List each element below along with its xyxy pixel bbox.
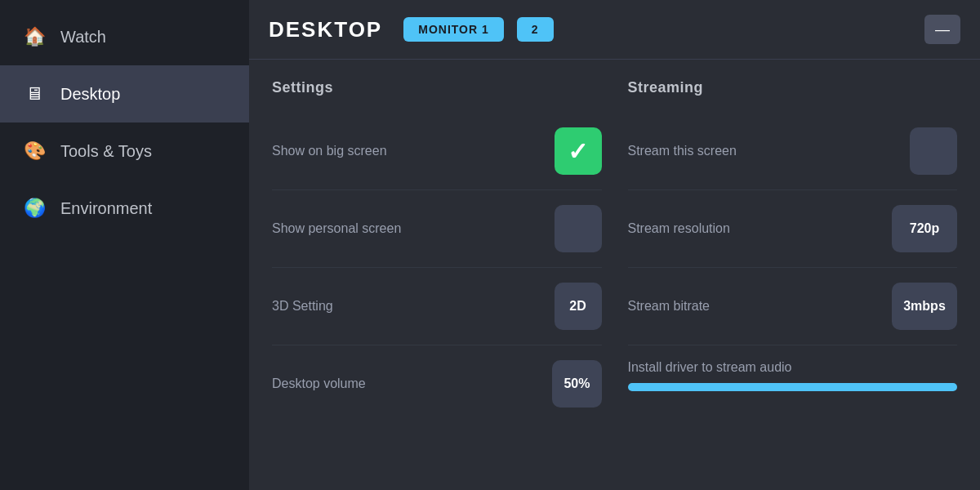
sidebar-item-watch[interactable]: 🏠 Watch — [0, 8, 249, 65]
monitor2-button[interactable]: 2 — [517, 17, 554, 42]
monitor1-button[interactable]: MONITOR 1 — [403, 17, 504, 42]
stream-resolution-row: Stream resolution 720p — [628, 190, 958, 268]
3d-setting-label: 3D Setting — [272, 299, 333, 314]
sidebar: 🏠 Watch 🖥 Desktop 🎨 Tools & Toys 🌍 Envir… — [0, 0, 249, 490]
streaming-title: Streaming — [628, 79, 958, 96]
stream-resolution-value[interactable]: 720p — [892, 205, 957, 252]
settings-panel: Settings Show on big screen ✓ Show perso… — [272, 79, 602, 470]
stream-bitrate-label: Stream bitrate — [628, 299, 710, 314]
sidebar-item-environment[interactable]: 🌍 Environment — [0, 180, 249, 237]
header: DESKTOP MONITOR 1 2 — — [249, 0, 980, 60]
content-area: Settings Show on big screen ✓ Show perso… — [249, 60, 980, 490]
sidebar-label-environment: Environment — [60, 199, 152, 218]
stream-this-screen-checkbox[interactable] — [910, 127, 957, 175]
show-personal-screen-label: Show personal screen — [272, 221, 401, 236]
palette-icon: 🎨 — [23, 140, 46, 162]
desktop-volume-label: Desktop volume — [272, 376, 366, 391]
stream-this-screen-label: Stream this screen — [628, 144, 737, 158]
install-driver-bar[interactable] — [628, 383, 958, 391]
show-personal-screen-row: Show personal screen — [272, 190, 602, 268]
minimize-button[interactable]: — — [924, 15, 960, 44]
sidebar-label-tools: Tools & Toys — [60, 142, 152, 161]
show-big-screen-row: Show on big screen ✓ — [272, 113, 602, 190]
desktop-volume-value[interactable]: 50% — [552, 360, 601, 408]
settings-title: Settings — [272, 79, 602, 96]
stream-bitrate-value[interactable]: 3mbps — [892, 283, 957, 330]
sidebar-item-tools[interactable]: 🎨 Tools & Toys — [0, 122, 249, 180]
stream-this-screen-row: Stream this screen — [628, 113, 958, 190]
checkmark-icon: ✓ — [568, 137, 588, 166]
stream-resolution-label: Stream resolution — [628, 221, 730, 236]
sidebar-label-desktop: Desktop — [60, 85, 120, 104]
install-driver-label: Install driver to stream audio — [628, 360, 958, 375]
main-content: DESKTOP MONITOR 1 2 — Settings Show on b… — [249, 0, 980, 490]
install-driver-row: Install driver to stream audio — [628, 345, 958, 399]
home-icon: 🏠 — [23, 26, 46, 47]
3d-setting-value[interactable]: 2D — [555, 283, 602, 330]
show-big-screen-label: Show on big screen — [272, 144, 387, 158]
show-big-screen-checkbox[interactable]: ✓ — [555, 127, 602, 175]
show-personal-screen-checkbox[interactable] — [555, 205, 602, 252]
streaming-panel: Streaming Stream this screen Stream reso… — [602, 79, 958, 470]
sidebar-label-watch: Watch — [60, 28, 106, 47]
page-title: DESKTOP — [269, 17, 382, 42]
3d-setting-row: 3D Setting 2D — [272, 268, 602, 345]
globe-icon: 🌍 — [23, 198, 46, 219]
stream-bitrate-row: Stream bitrate 3mbps — [628, 268, 958, 345]
desktop-icon: 🖥 — [23, 83, 46, 105]
desktop-volume-row: Desktop volume 50% — [272, 345, 602, 422]
sidebar-item-desktop[interactable]: 🖥 Desktop — [0, 65, 249, 122]
